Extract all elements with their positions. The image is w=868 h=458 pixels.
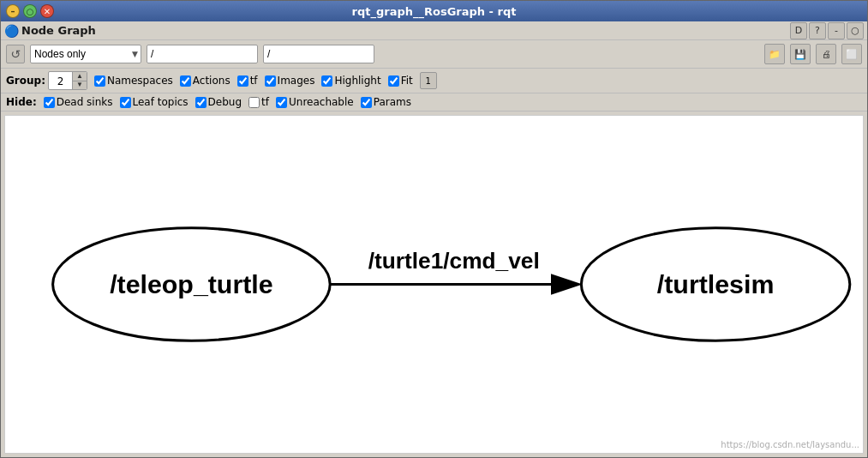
group-spinner[interactable]: 2 ▲ ▼	[48, 71, 87, 90]
highlight-checkbox-label[interactable]: Highlight	[321, 75, 380, 87]
namespaces-checkbox-label[interactable]: Namespaces	[94, 75, 173, 87]
refresh-button[interactable]: ↺	[6, 45, 25, 63]
main-window: – ○ ✕ rqt_graph__RosGraph - rqt 🔵 Node G…	[0, 0, 868, 458]
minimize-button[interactable]: –	[6, 4, 20, 18]
menu-bar: 🔵 Node Graph D ? - ○	[1, 21, 867, 40]
graph-svg: /teleop_turtle /turtle1/cmd_vel /turtles…	[5, 116, 863, 453]
window-controls[interactable]: – ○ ✕	[6, 4, 54, 18]
plugin-title: Node Graph	[21, 24, 96, 37]
tf-checkbox-label[interactable]: tf	[237, 75, 258, 87]
print-button[interactable]: 🖨	[816, 44, 836, 64]
float-button[interactable]: ○	[847, 22, 864, 39]
help-button[interactable]: ?	[809, 22, 826, 39]
svg-text:/turtlesim: /turtlesim	[657, 270, 775, 298]
fit-checkbox[interactable]	[388, 75, 399, 87]
toolbar: ↺ Nodes only Nodes/Topics (active) Nodes…	[1, 40, 867, 69]
window-title: rqt_graph__RosGraph - rqt	[54, 5, 814, 18]
dead-sinks-text: Dead sinks	[57, 96, 113, 108]
hide-tf-text: tf	[261, 96, 269, 108]
highlight-checkbox[interactable]	[321, 75, 332, 87]
params-label[interactable]: Params	[361, 96, 411, 108]
dead-sinks-checkbox[interactable]	[44, 97, 55, 108]
tf-label: tf	[250, 75, 258, 87]
unreachable-text: Unreachable	[289, 96, 354, 108]
dead-sinks-label[interactable]: Dead sinks	[44, 96, 113, 108]
graph-type-dropdown-wrapper[interactable]: Nodes only Nodes/Topics (active) Nodes/T…	[30, 45, 141, 63]
open-button[interactable]: 📁	[764, 44, 785, 64]
fullscreen-button[interactable]: ⬜	[841, 44, 862, 64]
node-graph-icon: 🔵	[4, 24, 19, 38]
options-row: Group: 2 ▲ ▼ Namespaces Actions tf Image…	[1, 69, 867, 93]
hide-tf-checkbox[interactable]	[248, 97, 260, 108]
hide-label: Hide:	[6, 96, 37, 108]
actions-checkbox-label[interactable]: Actions	[180, 75, 230, 87]
namespaces-label: Namespaces	[107, 75, 173, 87]
debug-text: Debug	[208, 96, 242, 108]
images-checkbox[interactable]	[265, 75, 276, 87]
menu-bar-buttons[interactable]: D ? - ○	[790, 22, 864, 39]
leaf-topics-label[interactable]: Leaf topics	[120, 96, 189, 108]
filter-input-2[interactable]	[263, 45, 374, 63]
save-button[interactable]: 💾	[790, 44, 811, 64]
tf-checkbox[interactable]	[237, 75, 248, 87]
close-button[interactable]: ✕	[40, 4, 54, 18]
dock-button[interactable]: D	[790, 22, 807, 39]
actions-checkbox[interactable]	[180, 75, 191, 87]
unreachable-checkbox[interactable]	[276, 97, 287, 108]
refresh-icon: ↺	[10, 47, 21, 61]
svg-text:/turtle1/cmd_vel: /turtle1/cmd_vel	[368, 248, 540, 274]
svg-text:/teleop_turtle: /teleop_turtle	[110, 270, 272, 298]
leaf-topics-checkbox[interactable]	[120, 97, 131, 108]
graph-type-dropdown[interactable]: Nodes only Nodes/Topics (active) Nodes/T…	[30, 45, 141, 63]
hide-tf-label[interactable]: tf	[248, 96, 269, 108]
images-label: Images	[278, 75, 315, 87]
params-text: Params	[374, 96, 411, 108]
group-label: Group:	[6, 75, 45, 87]
group-section: Group: 2 ▲ ▼	[6, 71, 87, 90]
namespaces-checkbox[interactable]	[94, 75, 105, 87]
debug-checkbox[interactable]	[195, 97, 207, 108]
actions-label: Actions	[193, 75, 230, 87]
leaf-topics-text: Leaf topics	[133, 96, 189, 108]
unreachable-label[interactable]: Unreachable	[276, 96, 354, 108]
title-bar: – ○ ✕ rqt_graph__RosGraph - rqt	[1, 1, 867, 21]
filter-input-1[interactable]	[147, 45, 258, 63]
hide-row: Hide: Dead sinks Leaf topics Debug tf Un…	[1, 93, 867, 111]
group-up-button[interactable]: ▲	[73, 72, 87, 81]
highlight-label: Highlight	[334, 75, 380, 87]
group-value: 2	[49, 72, 73, 89]
debug-label[interactable]: Debug	[195, 96, 242, 108]
group-down-button[interactable]: ▼	[73, 81, 87, 90]
fit-checkbox-label[interactable]: Fit	[388, 75, 413, 87]
maximize-button[interactable]: ○	[23, 4, 37, 18]
params-checkbox[interactable]	[361, 97, 372, 108]
fit-label: Fit	[401, 75, 413, 87]
fit-number-button[interactable]: 1	[420, 72, 437, 89]
images-checkbox-label[interactable]: Images	[265, 75, 315, 87]
graph-canvas[interactable]: /teleop_turtle /turtle1/cmd_vel /turtles…	[4, 115, 864, 454]
undock-button[interactable]: -	[828, 22, 845, 39]
